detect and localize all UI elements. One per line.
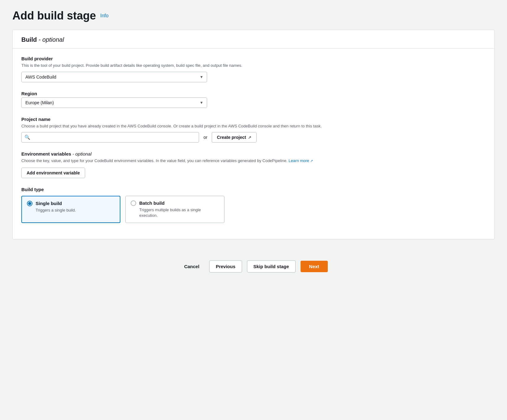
single-build-desc: Triggers a single build. — [36, 208, 115, 213]
env-variables-label: Environment variables - optional — [21, 151, 486, 156]
build-provider-select[interactable]: AWS CodeBuild Jenkins CloudBees — [21, 72, 207, 82]
previous-button[interactable]: Previous — [209, 260, 242, 272]
single-build-radio[interactable] — [27, 201, 32, 206]
next-button[interactable]: Next — [301, 261, 328, 272]
single-build-option[interactable]: Single build Triggers a single build. — [21, 196, 120, 223]
project-name-section: Project name Choose a build project that… — [21, 117, 486, 143]
add-environment-variable-button[interactable]: Add environment variable — [21, 168, 85, 178]
create-project-button[interactable]: Create project ↗︎ — [212, 132, 257, 143]
search-icon: 🔍 — [24, 135, 30, 140]
build-provider-description: This is the tool of your build project. … — [21, 62, 486, 69]
batch-build-top: Batch build — [131, 200, 219, 206]
main-card: Build - optional Build provider This is … — [12, 30, 495, 239]
build-provider-section: Build provider This is the tool of your … — [21, 56, 486, 82]
card-body: Build provider This is the tool of your … — [13, 49, 494, 239]
env-variables-description: Choose the key, value, and type for your… — [21, 158, 486, 164]
info-link[interactable]: Info — [100, 13, 109, 19]
project-name-search-row: 🔍 or Create project ↗︎ — [21, 132, 257, 143]
card-heading: Build - optional — [21, 36, 64, 43]
build-type-section: Build type Single build Triggers a singl… — [21, 187, 486, 223]
project-name-description: Choose a build project that you have alr… — [21, 123, 486, 129]
batch-build-option[interactable]: Batch build Triggers multiple builds as … — [125, 196, 224, 223]
page-title: Add build stage — [12, 9, 96, 22]
build-type-label: Build type — [21, 187, 486, 192]
external-link-icon: ↗︎ — [248, 135, 251, 140]
external-link-icon-2: ↗︎ — [310, 159, 313, 163]
region-section: Region Europe (Milan) US East (N. Virgin… — [21, 91, 486, 108]
skip-build-stage-button[interactable]: Skip build stage — [247, 260, 296, 272]
batch-build-radio[interactable] — [131, 200, 136, 206]
env-variables-section: Environment variables - optional Choose … — [21, 151, 486, 178]
single-build-label: Single build — [36, 201, 62, 206]
project-name-search-input[interactable] — [21, 132, 199, 143]
learn-more-link[interactable]: Learn more ↗︎ — [288, 158, 313, 163]
or-text: or — [203, 135, 207, 140]
build-type-options-row: Single build Triggers a single build. Ba… — [21, 196, 486, 223]
batch-build-label: Batch build — [139, 200, 165, 206]
footer-actions: Cancel Previous Skip build stage Next — [12, 252, 495, 279]
single-build-radio-inner — [28, 202, 31, 205]
build-provider-select-wrapper: AWS CodeBuild Jenkins CloudBees ▼ — [21, 72, 207, 82]
page-header: Add build stage Info — [12, 9, 495, 22]
single-build-top: Single build — [27, 201, 115, 206]
region-select[interactable]: Europe (Milan) US East (N. Virginia) US … — [21, 97, 207, 108]
project-name-label: Project name — [21, 117, 486, 122]
build-provider-label: Build provider — [21, 56, 486, 61]
region-select-wrapper: Europe (Milan) US East (N. Virginia) US … — [21, 97, 207, 108]
cancel-button[interactable]: Cancel — [179, 261, 204, 272]
batch-build-desc: Triggers multiple builds as a single exe… — [139, 207, 219, 218]
project-name-search-wrapper: 🔍 — [21, 132, 199, 143]
card-header: Build - optional — [13, 30, 494, 49]
region-label: Region — [21, 91, 486, 96]
